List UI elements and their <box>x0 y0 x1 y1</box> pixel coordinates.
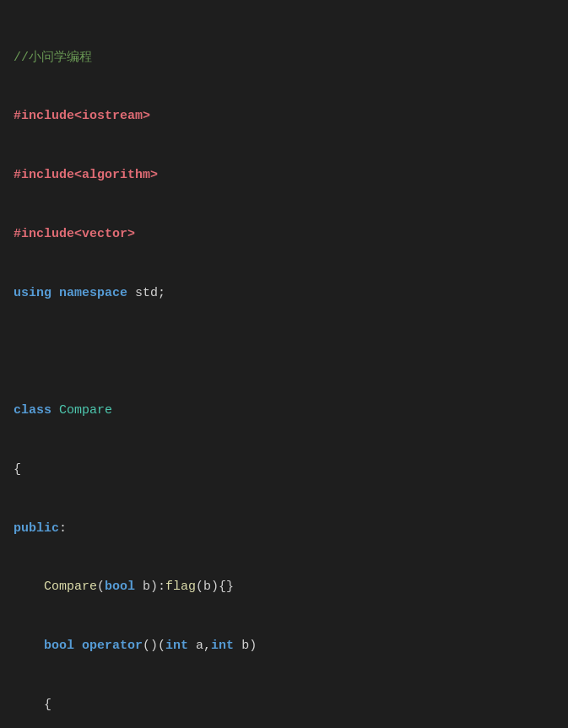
comment-text: //小问学编程 <box>14 51 92 65</box>
line-6 <box>14 342 554 361</box>
line-9: public: <box>14 519 554 538</box>
preprocessor-text: #include<algorithm> <box>14 168 158 182</box>
line-5: using namespace std; <box>14 283 554 303</box>
line-3: #include<algorithm> <box>14 165 554 185</box>
preprocessor-text: #include<vector> <box>14 227 135 241</box>
line-11: bool operator()(int a,int b) <box>14 636 554 655</box>
line-12: { <box>14 695 554 715</box>
line-1: //小问学编程 <box>14 48 554 67</box>
line-7: class Compare <box>14 401 554 420</box>
line-2: #include<iostream> <box>14 106 554 126</box>
line-8: { <box>14 460 554 479</box>
code-container: //小问学编程 #include<iostream> #include<algo… <box>14 8 554 728</box>
line-10: Compare(bool b):flag(b){} <box>14 577 554 596</box>
line-4: #include<vector> <box>14 224 554 244</box>
preprocessor-text: #include<iostream> <box>14 109 150 123</box>
